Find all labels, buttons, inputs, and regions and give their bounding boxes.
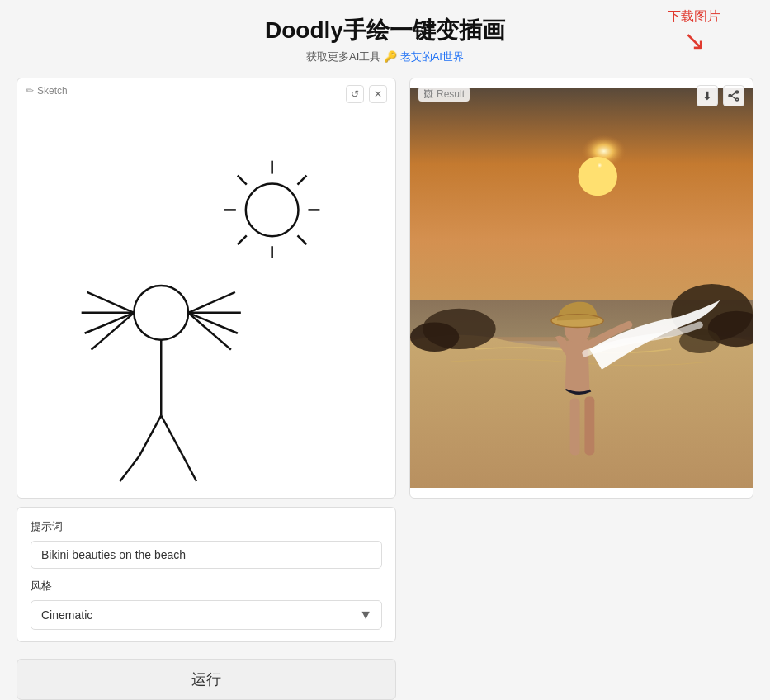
svg-rect-38 bbox=[570, 398, 580, 455]
style-section: 风格 Cinematic Anime Realistic Watercolor … bbox=[31, 579, 382, 630]
result-image bbox=[410, 78, 753, 498]
svg-line-13 bbox=[85, 313, 135, 333]
prompt-input[interactable] bbox=[31, 541, 382, 569]
svg-line-5 bbox=[238, 176, 247, 185]
download-arrow-icon: ↘ bbox=[683, 27, 706, 54]
subtitle-prefix: 获取更多AI工具 bbox=[306, 50, 380, 63]
svg-point-34 bbox=[410, 323, 459, 352]
svg-point-0 bbox=[246, 184, 299, 237]
result-panel: 🖼 Result ⬇ bbox=[409, 78, 753, 499]
header-subtitle: 获取更多AI工具 🔑 老艾的AI世界 bbox=[17, 50, 753, 64]
svg-point-30 bbox=[579, 157, 617, 196]
svg-line-27 bbox=[731, 96, 736, 99]
svg-line-6 bbox=[298, 176, 307, 185]
main-content: ✏ Sketch ↺ ✕ bbox=[17, 78, 753, 700]
result-share-button[interactable] bbox=[723, 85, 744, 106]
svg-line-14 bbox=[92, 313, 135, 350]
page-header: Doodly手绘一键变插画 获取更多AI工具 🔑 老艾的AI世界 下载图片 ↘ bbox=[17, 0, 753, 71]
svg-point-24 bbox=[736, 98, 739, 101]
svg-line-21 bbox=[120, 456, 139, 481]
style-select[interactable]: Cinematic Anime Realistic Watercolor Oil… bbox=[31, 600, 382, 630]
svg-line-19 bbox=[139, 415, 161, 456]
svg-rect-39 bbox=[584, 396, 594, 455]
image-icon: 🖼 bbox=[423, 88, 433, 100]
right-panel: 🖼 Result ⬇ bbox=[409, 78, 753, 700]
svg-line-20 bbox=[161, 415, 183, 456]
svg-line-18 bbox=[188, 313, 231, 350]
page-title: Doodly手绘一键变插画 bbox=[17, 15, 753, 46]
sketch-panel: ✏ Sketch ↺ ✕ bbox=[17, 78, 396, 499]
subtitle-emoji: 🔑 bbox=[384, 50, 397, 63]
svg-line-8 bbox=[238, 235, 247, 244]
subtitle-link[interactable]: 老艾的AI世界 bbox=[400, 50, 464, 63]
sketch-drawing bbox=[17, 78, 395, 498]
style-label: 风格 bbox=[31, 579, 382, 594]
download-hint: 下载图片 ↘ bbox=[668, 8, 720, 54]
svg-line-17 bbox=[188, 313, 238, 333]
svg-line-7 bbox=[298, 235, 307, 244]
svg-point-23 bbox=[736, 91, 739, 93]
download-hint-text: 下载图片 bbox=[668, 8, 720, 26]
svg-line-22 bbox=[183, 456, 196, 481]
style-select-wrapper: Cinematic Anime Realistic Watercolor Oil… bbox=[31, 600, 382, 630]
left-panel: ✏ Sketch ↺ ✕ bbox=[17, 78, 396, 700]
controls-section: 提示词 风格 Cinematic Anime Realistic Waterco… bbox=[17, 507, 396, 642]
svg-line-11 bbox=[87, 292, 135, 313]
svg-point-9 bbox=[134, 286, 188, 340]
run-button[interactable]: 运行 bbox=[17, 659, 396, 700]
result-controls: ⬇ bbox=[697, 85, 744, 106]
result-download-button[interactable]: ⬇ bbox=[697, 85, 718, 106]
svg-line-26 bbox=[731, 92, 736, 96]
svg-point-25 bbox=[729, 95, 731, 97]
svg-line-15 bbox=[188, 292, 235, 313]
result-label: 🖼 Result bbox=[418, 87, 470, 102]
prompt-label: 提示词 bbox=[31, 519, 382, 534]
